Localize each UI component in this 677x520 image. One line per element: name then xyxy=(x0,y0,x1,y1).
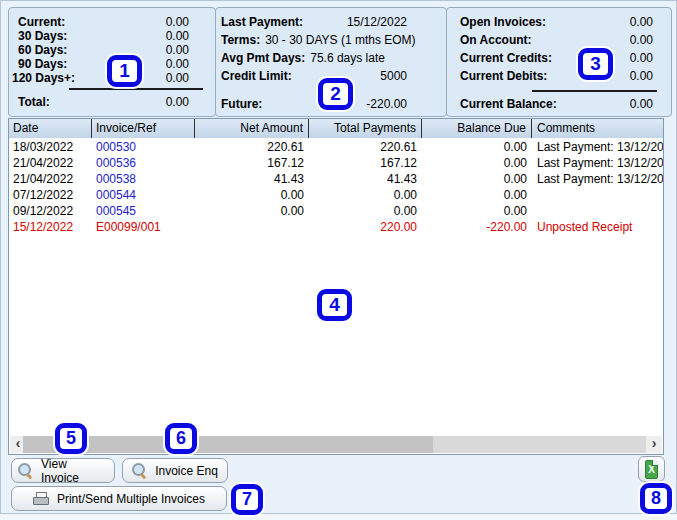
invoice-date: 21/04/2022 xyxy=(9,155,92,171)
column-header-comments: Comments xyxy=(532,119,663,138)
balance-row: On Account:0.00 xyxy=(447,33,671,48)
balance-value: 0.00 xyxy=(630,69,653,84)
aging-label: 30 Days: xyxy=(18,29,67,44)
aging-total-row: Total:0.00 xyxy=(9,95,215,110)
invoice-enq-label: Invoice Enq xyxy=(155,464,218,478)
invoice-date: 09/12/2022 xyxy=(9,203,92,219)
view-invoice-label: View Invoice xyxy=(41,457,108,485)
balance-row: Open Invoices:0.00 xyxy=(447,15,671,30)
invoice-row[interactable]: 21/04/2022 000538 41.43 41.43 0.00 Last … xyxy=(9,171,663,187)
invoice-total-payments: 220.61 xyxy=(309,139,422,155)
last-payment-value: 15/12/2022 xyxy=(347,15,407,30)
invoice-balance-due: -220.00 xyxy=(422,219,532,235)
invoice-row[interactable]: 09/12/2022 000545 0.00 0.00 0.00 xyxy=(9,203,663,219)
invoice-net-amount: 167.12 xyxy=(195,155,309,171)
invoice-date: 21/04/2022 xyxy=(9,171,92,187)
invoice-comments: Last Payment: 13/12/2022 xyxy=(532,155,663,171)
magnifier-icon xyxy=(18,463,33,478)
invoice-comments xyxy=(532,187,663,203)
horizontal-scrollbar[interactable]: ‹ › xyxy=(10,436,662,453)
balance-total-divider xyxy=(532,90,657,92)
aging-label: 120 Days+: xyxy=(12,71,75,86)
print-send-multiple-invoices-button[interactable]: Print/Send Multiple Invoices xyxy=(11,486,227,511)
invoice-date: 18/03/2022 xyxy=(9,139,92,155)
aging-total-divider xyxy=(69,88,203,90)
invoice-total-payments: 0.00 xyxy=(309,203,422,219)
invoice-enq-button[interactable]: Invoice Enq xyxy=(122,458,228,483)
invoice-row[interactable]: 07/12/2022 000544 0.00 0.00 0.00 xyxy=(9,187,663,203)
callout-5: 5 xyxy=(55,423,87,454)
aging-label: 90 Days: xyxy=(18,57,67,72)
export-to-excel-button[interactable]: X xyxy=(638,456,665,482)
magnifier-icon xyxy=(132,463,147,478)
invoice-net-amount: 41.43 xyxy=(195,171,309,187)
invoice-date: 07/12/2022 xyxy=(9,187,92,203)
invoice-ref-link[interactable]: 000545 xyxy=(96,204,136,218)
balance-label: Open Invoices: xyxy=(460,15,546,30)
balance-value: 0.00 xyxy=(630,51,653,66)
invoice-net-amount: 220.61 xyxy=(195,139,309,155)
avg-pmt-days-label: Avg Pmt Days: xyxy=(221,51,305,65)
invoice-balance-due: 0.00 xyxy=(422,171,532,187)
last-payment-label: Last Payment: xyxy=(221,15,303,30)
balance-row: Current Debits:0.00 xyxy=(447,69,671,84)
scroll-right-icon[interactable]: › xyxy=(646,436,662,453)
current-balance-value: 0.00 xyxy=(630,97,653,112)
invoice-net-amount: 0.00 xyxy=(195,203,309,219)
aging-label: Current: xyxy=(18,15,65,30)
last-payment-row: Last Payment:15/12/2022 xyxy=(216,15,446,30)
excel-icon: X xyxy=(645,460,658,479)
invoice-ref-link[interactable]: E00099/001 xyxy=(96,220,161,234)
balance-value: 0.00 xyxy=(630,15,653,30)
column-header-total-payments: Total Payments xyxy=(309,119,422,138)
callout-6: 6 xyxy=(165,423,197,454)
aging-label: 60 Days: xyxy=(18,43,67,58)
callout-4: 4 xyxy=(317,289,352,321)
invoice-total-payments: 167.12 xyxy=(309,155,422,171)
balance-value: 0.00 xyxy=(630,33,653,48)
invoice-comments xyxy=(532,203,663,219)
column-header-date: Date xyxy=(9,119,92,138)
invoice-balance-due: 0.00 xyxy=(422,155,532,171)
invoice-net-amount xyxy=(195,219,309,235)
aging-value: 0.00 xyxy=(166,71,189,86)
callout-1: 1 xyxy=(107,55,142,87)
balance-row: Current Credits:0.00 xyxy=(447,51,671,66)
print-send-label: Print/Send Multiple Invoices xyxy=(57,492,205,506)
invoice-comments: Last Payment: 13/12/2022 xyxy=(532,139,663,155)
column-header-net-amount: Net Amount xyxy=(195,119,309,138)
callout-8: 8 xyxy=(640,483,672,514)
invoice-table-header: Date Invoice/Ref Net Amount Total Paymen… xyxy=(9,119,663,138)
aging-value: 0.00 xyxy=(166,43,189,58)
balances-panel: Open Invoices:0.00 On Account:0.00 Curre… xyxy=(446,7,672,117)
aging-value: 0.00 xyxy=(166,29,189,44)
printer-icon xyxy=(33,492,49,505)
invoice-balance-due: 0.00 xyxy=(422,139,532,155)
balance-label: Current Debits: xyxy=(460,69,547,84)
future-label: Future: xyxy=(221,97,262,112)
avg-pmt-days-row: Avg Pmt Days:75.6 days late xyxy=(221,51,442,66)
callout-2: 2 xyxy=(318,78,353,110)
invoice-ref-link[interactable]: 000530 xyxy=(96,140,136,154)
invoice-total-payments: 41.43 xyxy=(309,171,422,187)
current-balance-label: Current Balance: xyxy=(460,97,557,112)
invoice-row[interactable]: 21/04/2022 000536 167.12 167.12 0.00 Las… xyxy=(9,155,663,171)
terms-row: Terms:30 - 30 DAYS (1 mths EOM) xyxy=(221,33,442,48)
customer-account-window: Current:0.00 30 Days:0.00 60 Days:0.00 9… xyxy=(0,0,677,514)
view-invoice-button[interactable]: View Invoice xyxy=(11,458,115,483)
invoice-comments: Last Payment: 13/12/2022 xyxy=(532,171,663,187)
invoice-row[interactable]: 18/03/2022 000530 220.61 220.61 0.00 Las… xyxy=(9,139,663,155)
unposted-receipt-row[interactable]: 15/12/2022 E00099/001 220.00 -220.00 Unp… xyxy=(9,219,663,235)
avg-pmt-days-value: 75.6 days late xyxy=(310,51,385,65)
aging-total-label: Total: xyxy=(18,95,50,110)
terms-label: Terms: xyxy=(221,33,260,47)
invoice-ref-link[interactable]: 000544 xyxy=(96,188,136,202)
invoice-ref-link[interactable]: 000536 xyxy=(96,156,136,170)
aging-value: 0.00 xyxy=(166,15,189,30)
invoice-table: Date Invoice/Ref Net Amount Total Paymen… xyxy=(8,118,664,455)
future-value: -220.00 xyxy=(366,97,407,112)
callout-3: 3 xyxy=(578,48,613,80)
invoice-ref-link[interactable]: 000538 xyxy=(96,172,136,186)
invoice-comments: Unposted Receipt xyxy=(532,219,663,235)
invoice-date: 15/12/2022 xyxy=(9,219,92,235)
